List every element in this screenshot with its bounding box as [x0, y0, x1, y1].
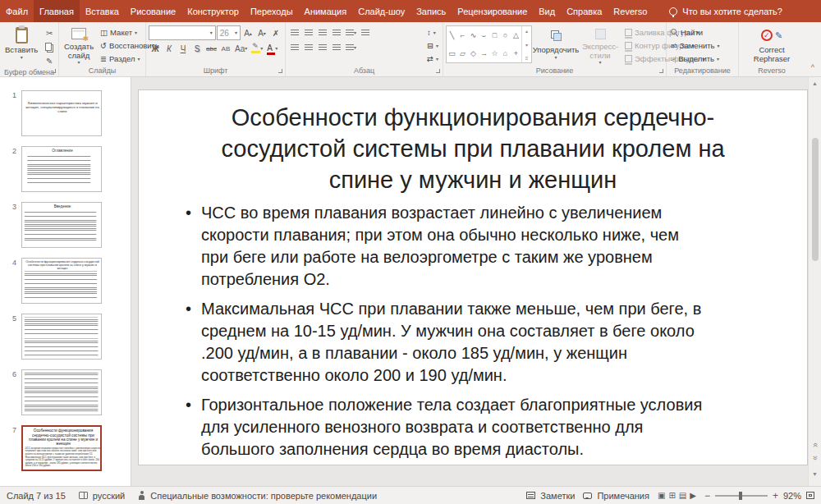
clear-formatting-button[interactable]: ✗	[269, 26, 282, 39]
next-slide-button[interactable]: «	[812, 456, 819, 460]
decrease-indent-button[interactable]	[316, 26, 329, 39]
shape-star-icon[interactable]: ☆	[489, 44, 500, 62]
bullets-button[interactable]	[288, 26, 301, 39]
add-remove-columns-button[interactable]: ▾	[344, 41, 358, 54]
zoom-slider[interactable]	[715, 495, 768, 497]
zoom-slider-thumb[interactable]	[739, 492, 742, 500]
shape-elbow-icon[interactable]: ⌐	[457, 26, 468, 44]
dialog-launcher-icon[interactable]	[659, 69, 663, 73]
tab-transitions[interactable]: Переходы	[245, 0, 299, 22]
thumbnail-slide-6[interactable]	[21, 369, 102, 415]
shape-curve-icon[interactable]: ∿	[468, 26, 479, 44]
format-painter-button[interactable]: ✎	[43, 54, 56, 67]
highlight-color-button[interactable]: ▾	[250, 42, 264, 55]
tab-file[interactable]: Файл	[0, 0, 34, 22]
copy-button[interactable]	[43, 40, 56, 53]
character-spacing-button[interactable]: АВ	[219, 42, 232, 55]
shape-plus-icon[interactable]: +	[511, 44, 521, 62]
grow-font-button[interactable]: А▴	[241, 26, 255, 39]
slide-bullet[interactable]: Максимальная ЧСС при плавании также мень…	[186, 298, 704, 387]
find-button[interactable]: Найти	[669, 26, 736, 39]
align-text-button[interactable]: ⊟▾	[425, 39, 440, 52]
slide-number-indicator[interactable]: Слайд 7 из 15	[7, 491, 66, 501]
tab-insert[interactable]: Вставка	[80, 0, 125, 22]
select-button[interactable]: ▻Выделить▾	[669, 53, 736, 65]
tab-design[interactable]: Конструктор	[181, 0, 245, 22]
align-center-button[interactable]	[302, 41, 315, 54]
shape-rect2-icon[interactable]: ▭	[447, 44, 457, 62]
tab-slideshow[interactable]: Слайд-шоу	[352, 0, 410, 22]
font-name-combo[interactable]: ▾	[149, 25, 216, 40]
zoom-in-button[interactable]: +	[773, 490, 778, 502]
tell-me-search[interactable]: Что вы хотите сделать?	[661, 0, 791, 22]
zoom-level[interactable]: 92%	[783, 491, 801, 501]
convert-smartart-button[interactable]: ⇄▾	[425, 53, 440, 65]
shape-line-icon[interactable]: ╲	[447, 26, 457, 44]
spell-check-icon[interactable]	[79, 492, 88, 499]
current-slide[interactable]: Особенности функционирования сердечно-со…	[138, 89, 808, 465]
thumbnail-slide-3[interactable]: Введение	[21, 202, 102, 248]
collapse-ribbon-icon[interactable]: ^	[811, 63, 814, 71]
reading-view-button[interactable]: ▤	[679, 491, 686, 500]
paste-button[interactable]: Вставить ▾	[2, 24, 40, 65]
notes-toggle[interactable]: Заметки	[526, 491, 575, 501]
shape-rectangle-icon[interactable]: □	[489, 26, 500, 44]
align-right-button[interactable]	[316, 41, 329, 54]
align-left-button[interactable]	[288, 41, 301, 54]
new-slide-button[interactable]: Создать слайд ▾	[62, 24, 96, 65]
dialog-launcher-icon[interactable]	[278, 69, 282, 73]
previous-slide-button[interactable]: «	[812, 442, 819, 447]
increase-indent-button[interactable]	[330, 26, 343, 39]
thumbnail-slide-5[interactable]	[21, 314, 102, 360]
arrange-button[interactable]: Упорядочить ▾	[534, 24, 577, 65]
quick-styles-button[interactable]: Экспресс-стили ▾	[580, 24, 621, 65]
thumbnail-slide-2[interactable]: Оглавление	[21, 146, 102, 192]
shapes-more-icon[interactable]: ≡	[525, 56, 529, 61]
tab-review[interactable]: Рецензирование	[452, 0, 533, 22]
normal-view-button[interactable]: ▣	[658, 491, 665, 500]
accessibility-status[interactable]: Специальные возможности: проверьте реком…	[150, 491, 377, 501]
thumbnail-slide-4[interactable]: Особенности функционирования сердечно-со…	[21, 258, 102, 304]
strikethrough-button[interactable]: abc	[204, 42, 218, 55]
shape-parallelogram-icon[interactable]: ▱	[457, 44, 468, 62]
scrollbar-thumb[interactable]	[812, 138, 819, 261]
fit-to-window-icon[interactable]	[806, 492, 814, 499]
thumbnail-slide-1[interactable]: Физиологическая характеристика мужчин и …	[21, 90, 102, 136]
columns-button[interactable]	[359, 26, 372, 39]
tab-view[interactable]: Вид	[533, 0, 561, 22]
shape-arrow-icon[interactable]: →	[479, 44, 489, 62]
cut-button[interactable]: ✂	[43, 26, 56, 39]
shrink-font-button[interactable]: А▾	[255, 26, 268, 39]
thumbnail-slide-7-selected[interactable]: Особенности функционирования сердечно-со…	[21, 425, 102, 471]
tab-reverso[interactable]: Reverso	[608, 0, 653, 22]
correct-rephraser-button[interactable]: ✓✎ Correct Rephraser	[741, 24, 802, 65]
font-color-button[interactable]: А▾	[265, 42, 279, 55]
shape-home-icon[interactable]: ⌂	[500, 44, 511, 62]
slide-bullet[interactable]: Горизонтальное положение тела создает бл…	[186, 394, 704, 460]
slide-sorter-view-button[interactable]: ⊞	[668, 491, 675, 500]
change-case-button[interactable]: Аа▾	[233, 42, 249, 55]
underline-button[interactable]: Ч	[177, 42, 190, 55]
shape-triangle-icon[interactable]: △	[511, 26, 521, 44]
language-indicator[interactable]: русский	[93, 491, 125, 501]
zoom-out-button[interactable]: −	[704, 490, 710, 502]
italic-button[interactable]: К	[163, 42, 176, 55]
shapes-scroll-down-icon[interactable]: ▾	[525, 42, 528, 48]
slide-bullet[interactable]: ЧСС во время плавания возрастает линейно…	[186, 202, 704, 291]
shape-diamond-icon[interactable]: ◇	[468, 44, 479, 62]
tab-draw[interactable]: Рисование	[125, 0, 181, 22]
text-direction-button[interactable]: ↕▾	[425, 26, 440, 39]
slide-title-textbox[interactable]: Особенности функционирования сердечно-со…	[194, 102, 752, 195]
dialog-launcher-icon[interactable]	[436, 69, 440, 73]
tab-home[interactable]: Главная	[34, 0, 80, 22]
shape-oval-icon[interactable]: ○	[500, 26, 511, 44]
bold-button[interactable]: Ж	[149, 42, 162, 55]
numbering-button[interactable]	[302, 26, 315, 39]
scroll-up-icon[interactable]: ▲	[812, 77, 818, 89]
justify-button[interactable]	[330, 41, 343, 54]
vertical-scrollbar[interactable]: ▲ « « ▼	[808, 77, 821, 486]
line-spacing-button[interactable]: ▾	[344, 26, 358, 39]
shapes-scroll-up-icon[interactable]: ▴	[525, 28, 528, 34]
comments-toggle[interactable]: Примечания	[583, 491, 649, 501]
tab-record[interactable]: Запись	[410, 0, 452, 22]
